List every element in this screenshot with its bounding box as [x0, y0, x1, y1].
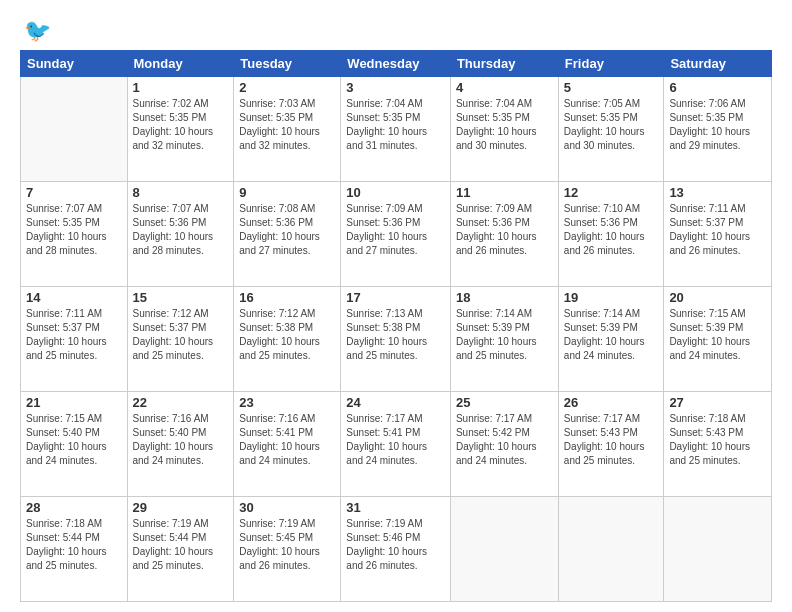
calendar-cell: 24Sunrise: 7:17 AMSunset: 5:41 PMDayligh…	[341, 392, 451, 497]
day-info: Sunrise: 7:12 AMSunset: 5:38 PMDaylight:…	[239, 307, 335, 363]
day-number: 12	[564, 185, 659, 200]
calendar-cell: 8Sunrise: 7:07 AMSunset: 5:36 PMDaylight…	[127, 182, 234, 287]
day-info: Sunrise: 7:04 AMSunset: 5:35 PMDaylight:…	[346, 97, 445, 153]
day-number: 5	[564, 80, 659, 95]
calendar-cell: 19Sunrise: 7:14 AMSunset: 5:39 PMDayligh…	[558, 287, 664, 392]
day-info: Sunrise: 7:13 AMSunset: 5:38 PMDaylight:…	[346, 307, 445, 363]
day-number: 22	[133, 395, 229, 410]
day-info: Sunrise: 7:11 AMSunset: 5:37 PMDaylight:…	[669, 202, 766, 258]
day-number: 26	[564, 395, 659, 410]
weekday-header: Monday	[127, 51, 234, 77]
calendar-cell: 26Sunrise: 7:17 AMSunset: 5:43 PMDayligh…	[558, 392, 664, 497]
calendar-cell: 31Sunrise: 7:19 AMSunset: 5:46 PMDayligh…	[341, 497, 451, 602]
calendar-cell: 4Sunrise: 7:04 AMSunset: 5:35 PMDaylight…	[450, 77, 558, 182]
day-number: 7	[26, 185, 122, 200]
calendar-cell: 30Sunrise: 7:19 AMSunset: 5:45 PMDayligh…	[234, 497, 341, 602]
calendar-cell: 3Sunrise: 7:04 AMSunset: 5:35 PMDaylight…	[341, 77, 451, 182]
day-info: Sunrise: 7:19 AMSunset: 5:44 PMDaylight:…	[133, 517, 229, 573]
weekday-header: Sunday	[21, 51, 128, 77]
day-info: Sunrise: 7:15 AMSunset: 5:40 PMDaylight:…	[26, 412, 122, 468]
day-info: Sunrise: 7:18 AMSunset: 5:44 PMDaylight:…	[26, 517, 122, 573]
day-info: Sunrise: 7:19 AMSunset: 5:45 PMDaylight:…	[239, 517, 335, 573]
day-number: 6	[669, 80, 766, 95]
day-number: 24	[346, 395, 445, 410]
calendar-cell: 13Sunrise: 7:11 AMSunset: 5:37 PMDayligh…	[664, 182, 772, 287]
calendar-cell: 22Sunrise: 7:16 AMSunset: 5:40 PMDayligh…	[127, 392, 234, 497]
day-info: Sunrise: 7:17 AMSunset: 5:43 PMDaylight:…	[564, 412, 659, 468]
calendar-cell: 15Sunrise: 7:12 AMSunset: 5:37 PMDayligh…	[127, 287, 234, 392]
day-info: Sunrise: 7:10 AMSunset: 5:36 PMDaylight:…	[564, 202, 659, 258]
day-number: 27	[669, 395, 766, 410]
day-number: 10	[346, 185, 445, 200]
day-info: Sunrise: 7:16 AMSunset: 5:41 PMDaylight:…	[239, 412, 335, 468]
calendar-cell: 25Sunrise: 7:17 AMSunset: 5:42 PMDayligh…	[450, 392, 558, 497]
day-number: 9	[239, 185, 335, 200]
day-info: Sunrise: 7:14 AMSunset: 5:39 PMDaylight:…	[456, 307, 553, 363]
day-number: 21	[26, 395, 122, 410]
calendar-cell: 1Sunrise: 7:02 AMSunset: 5:35 PMDaylight…	[127, 77, 234, 182]
calendar-cell: 29Sunrise: 7:19 AMSunset: 5:44 PMDayligh…	[127, 497, 234, 602]
day-number: 19	[564, 290, 659, 305]
day-number: 31	[346, 500, 445, 515]
day-number: 15	[133, 290, 229, 305]
calendar-cell: 21Sunrise: 7:15 AMSunset: 5:40 PMDayligh…	[21, 392, 128, 497]
weekday-header: Friday	[558, 51, 664, 77]
calendar-cell	[450, 497, 558, 602]
calendar-week-row: 28Sunrise: 7:18 AMSunset: 5:44 PMDayligh…	[21, 497, 772, 602]
calendar-cell: 20Sunrise: 7:15 AMSunset: 5:39 PMDayligh…	[664, 287, 772, 392]
day-info: Sunrise: 7:17 AMSunset: 5:41 PMDaylight:…	[346, 412, 445, 468]
calendar-cell: 23Sunrise: 7:16 AMSunset: 5:41 PMDayligh…	[234, 392, 341, 497]
day-number: 25	[456, 395, 553, 410]
day-info: Sunrise: 7:09 AMSunset: 5:36 PMDaylight:…	[346, 202, 445, 258]
day-info: Sunrise: 7:14 AMSunset: 5:39 PMDaylight:…	[564, 307, 659, 363]
calendar-week-row: 7Sunrise: 7:07 AMSunset: 5:35 PMDaylight…	[21, 182, 772, 287]
calendar-cell: 16Sunrise: 7:12 AMSunset: 5:38 PMDayligh…	[234, 287, 341, 392]
day-number: 17	[346, 290, 445, 305]
day-number: 16	[239, 290, 335, 305]
day-info: Sunrise: 7:17 AMSunset: 5:42 PMDaylight:…	[456, 412, 553, 468]
day-number: 2	[239, 80, 335, 95]
calendar-header-row: SundayMondayTuesdayWednesdayThursdayFrid…	[21, 51, 772, 77]
day-info: Sunrise: 7:11 AMSunset: 5:37 PMDaylight:…	[26, 307, 122, 363]
page: 🐦 SundayMondayTuesdayWednesdayThursdayFr…	[0, 0, 792, 612]
calendar-cell: 5Sunrise: 7:05 AMSunset: 5:35 PMDaylight…	[558, 77, 664, 182]
day-info: Sunrise: 7:04 AMSunset: 5:35 PMDaylight:…	[456, 97, 553, 153]
weekday-header: Saturday	[664, 51, 772, 77]
calendar-cell: 9Sunrise: 7:08 AMSunset: 5:36 PMDaylight…	[234, 182, 341, 287]
day-number: 4	[456, 80, 553, 95]
logo: 🐦	[20, 18, 51, 44]
day-info: Sunrise: 7:19 AMSunset: 5:46 PMDaylight:…	[346, 517, 445, 573]
calendar-cell	[558, 497, 664, 602]
calendar-cell: 6Sunrise: 7:06 AMSunset: 5:35 PMDaylight…	[664, 77, 772, 182]
day-number: 1	[133, 80, 229, 95]
calendar-cell: 18Sunrise: 7:14 AMSunset: 5:39 PMDayligh…	[450, 287, 558, 392]
day-number: 8	[133, 185, 229, 200]
day-info: Sunrise: 7:07 AMSunset: 5:35 PMDaylight:…	[26, 202, 122, 258]
day-info: Sunrise: 7:09 AMSunset: 5:36 PMDaylight:…	[456, 202, 553, 258]
calendar-week-row: 1Sunrise: 7:02 AMSunset: 5:35 PMDaylight…	[21, 77, 772, 182]
day-number: 23	[239, 395, 335, 410]
day-info: Sunrise: 7:15 AMSunset: 5:39 PMDaylight:…	[669, 307, 766, 363]
calendar-week-row: 21Sunrise: 7:15 AMSunset: 5:40 PMDayligh…	[21, 392, 772, 497]
calendar-cell: 10Sunrise: 7:09 AMSunset: 5:36 PMDayligh…	[341, 182, 451, 287]
calendar-week-row: 14Sunrise: 7:11 AMSunset: 5:37 PMDayligh…	[21, 287, 772, 392]
calendar-cell: 17Sunrise: 7:13 AMSunset: 5:38 PMDayligh…	[341, 287, 451, 392]
day-info: Sunrise: 7:18 AMSunset: 5:43 PMDaylight:…	[669, 412, 766, 468]
day-number: 29	[133, 500, 229, 515]
day-info: Sunrise: 7:12 AMSunset: 5:37 PMDaylight:…	[133, 307, 229, 363]
day-info: Sunrise: 7:16 AMSunset: 5:40 PMDaylight:…	[133, 412, 229, 468]
calendar-cell: 14Sunrise: 7:11 AMSunset: 5:37 PMDayligh…	[21, 287, 128, 392]
calendar-table: SundayMondayTuesdayWednesdayThursdayFrid…	[20, 50, 772, 602]
calendar-cell: 12Sunrise: 7:10 AMSunset: 5:36 PMDayligh…	[558, 182, 664, 287]
day-number: 18	[456, 290, 553, 305]
calendar-cell	[664, 497, 772, 602]
calendar-cell	[21, 77, 128, 182]
calendar-cell: 2Sunrise: 7:03 AMSunset: 5:35 PMDaylight…	[234, 77, 341, 182]
calendar-cell: 7Sunrise: 7:07 AMSunset: 5:35 PMDaylight…	[21, 182, 128, 287]
weekday-header: Tuesday	[234, 51, 341, 77]
day-number: 14	[26, 290, 122, 305]
day-number: 3	[346, 80, 445, 95]
weekday-header: Thursday	[450, 51, 558, 77]
day-info: Sunrise: 7:08 AMSunset: 5:36 PMDaylight:…	[239, 202, 335, 258]
day-number: 11	[456, 185, 553, 200]
